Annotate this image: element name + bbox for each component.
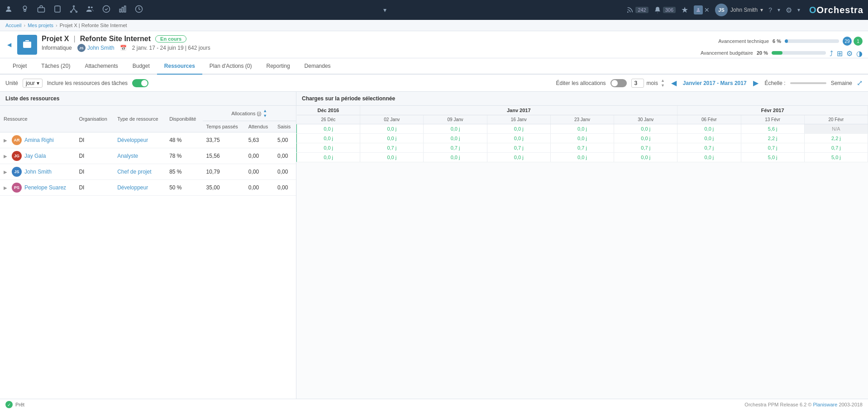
- pie-icon[interactable]: ◑: [856, 49, 863, 58]
- gantt-cell[interactable]: 0,0 j: [487, 134, 550, 143]
- chart-icon[interactable]: [119, 5, 127, 15]
- expand-icon[interactable]: ⊞: [837, 49, 843, 58]
- col-saisis-sub: Saisis: [274, 121, 296, 132]
- gantt-cell[interactable]: 0,0 j: [614, 124, 677, 134]
- gantt-cell[interactable]: 0,7 j: [487, 143, 550, 153]
- tab-budget[interactable]: Budget: [125, 58, 157, 75]
- gantt-cell[interactable]: 0,7 j: [424, 143, 487, 153]
- status-icon-1: [694, 5, 703, 14]
- gantt-cell[interactable]: 0,0 j: [297, 124, 360, 134]
- unit-select[interactable]: jour ▾: [23, 79, 43, 88]
- tab-projet[interactable]: Projet: [5, 58, 34, 75]
- tab-taches[interactable]: Tâches (20): [34, 58, 77, 75]
- resource-org: DI: [75, 132, 114, 148]
- gantt-cell[interactable]: 0,0 j: [487, 153, 550, 162]
- gantt-cell[interactable]: 0,0 j: [614, 153, 677, 162]
- close-icon[interactable]: ✕: [704, 6, 710, 14]
- tab-attachements[interactable]: Attachements: [77, 58, 125, 75]
- check-icon[interactable]: [102, 5, 110, 15]
- toolbar: Unité jour ▾ Inclure les ressources des …: [0, 75, 868, 92]
- gantt-cell[interactable]: 0,7 j: [741, 143, 804, 153]
- gantt-cell[interactable]: 2,2 j: [804, 134, 868, 143]
- tab-ressources[interactable]: Ressources: [157, 58, 202, 75]
- gantt-cell[interactable]: 0,0 j: [360, 124, 424, 134]
- gantt-cell[interactable]: N/A: [804, 124, 868, 134]
- gantt-cell[interactable]: 0,7 j: [360, 143, 424, 153]
- alloc-toggle[interactable]: [610, 79, 627, 87]
- months-input[interactable]: [631, 79, 644, 88]
- gantt-cell[interactable]: 0,0 j: [614, 134, 677, 143]
- rss-badge[interactable]: 242: [626, 6, 648, 14]
- user-profile[interactable]: JS John Smith ▾: [715, 4, 763, 16]
- config-icon[interactable]: ⚙: [846, 49, 853, 58]
- tab-plan[interactable]: Plan d'Actions (0): [202, 58, 259, 75]
- include-toggle[interactable]: [132, 79, 148, 87]
- gantt-cell[interactable]: 0,0 j: [677, 124, 741, 134]
- gantt-cell[interactable]: 2,2 j: [741, 134, 804, 143]
- resource-name[interactable]: Penelope Suarez: [24, 184, 66, 191]
- user-status-icons: ✕: [694, 5, 710, 14]
- tab-reporting[interactable]: Reporting: [259, 58, 297, 75]
- gantt-cell[interactable]: 0,7 j: [677, 143, 741, 153]
- person-icon[interactable]: [5, 5, 13, 15]
- gantt-cell[interactable]: 0,0 j: [550, 124, 614, 134]
- hierarchy-icon[interactable]: [70, 5, 78, 15]
- gantt-cell[interactable]: 0,0 j: [297, 153, 360, 162]
- sort-down-icon[interactable]: ▼: [263, 113, 267, 118]
- tab-demandes[interactable]: Demandes: [297, 58, 338, 75]
- star-icon[interactable]: ★: [681, 5, 688, 15]
- people-icon[interactable]: [86, 5, 94, 15]
- comment-badge[interactable]: 1: [854, 37, 863, 46]
- resource-name[interactable]: John Smith: [24, 169, 52, 175]
- gantt-cell[interactable]: 0,0 j: [424, 153, 487, 162]
- settings-icon[interactable]: ⚙: [786, 6, 792, 14]
- months-stepper[interactable]: ▲ ▼: [661, 78, 665, 88]
- fullscreen-btn[interactable]: ⤢: [857, 79, 863, 87]
- gantt-cell[interactable]: 0,0 j: [487, 124, 550, 134]
- row-expand-icon[interactable]: ▶: [4, 170, 7, 174]
- gantt-cell[interactable]: 0,0 j: [550, 134, 614, 143]
- sidebar-toggle[interactable]: ◀: [5, 35, 13, 55]
- gantt-cell[interactable]: 0,7 j: [550, 143, 614, 153]
- table-row: ▶ JS John Smith DI Chef de projet 85 % 1…: [0, 164, 296, 180]
- breadcrumb-accueil[interactable]: Accueil: [5, 23, 21, 28]
- gantt-cell[interactable]: 5,0 j: [804, 153, 868, 162]
- gantt-cell[interactable]: 0,0 j: [297, 134, 360, 143]
- scale-slider[interactable]: [790, 82, 826, 84]
- breadcrumb-mes-projets[interactable]: Mes projets: [28, 23, 53, 28]
- project-owner[interactable]: JS John Smith: [77, 44, 114, 52]
- gantt-cell[interactable]: 0,0 j: [677, 134, 741, 143]
- gantt-cell[interactable]: 0,7 j: [614, 143, 677, 153]
- briefcase-icon[interactable]: [37, 5, 45, 15]
- gantt-cell[interactable]: 5,0 j: [741, 153, 804, 162]
- resource-name[interactable]: Amina Righi: [24, 137, 54, 143]
- help-button[interactable]: ?: [768, 6, 772, 14]
- resource-allocations: 15,56: [203, 148, 245, 164]
- gantt-cell[interactable]: 0,0 j: [550, 153, 614, 162]
- row-expand-icon[interactable]: ▶: [4, 138, 7, 143]
- resource-attendus: 5,63: [245, 132, 274, 148]
- resource-saisis: 0,00: [274, 180, 296, 196]
- gantt-cell[interactable]: 0,0 j: [360, 153, 424, 162]
- gantt-cell[interactable]: 0,0 j: [297, 143, 360, 153]
- resource-name[interactable]: Jay Gala: [24, 153, 46, 159]
- clock-icon[interactable]: [135, 5, 143, 15]
- info-badge[interactable]: 29: [843, 37, 852, 46]
- gantt-cell[interactable]: 0,0 j: [424, 134, 487, 143]
- row-expand-icon[interactable]: ▶: [4, 185, 7, 190]
- project-header: ◀ Projet X | Refonte Site Internet En co…: [0, 31, 868, 58]
- gantt-cell[interactable]: 0,0 j: [424, 124, 487, 134]
- prev-period-btn[interactable]: ◀: [669, 79, 678, 87]
- bulb-icon[interactable]: [21, 5, 29, 15]
- next-period-btn[interactable]: ▶: [751, 79, 760, 87]
- bell-badge[interactable]: 306: [654, 6, 676, 14]
- share-icon[interactable]: ⤴: [830, 50, 833, 58]
- sort-up-icon[interactable]: ▲: [263, 108, 267, 113]
- clipboard-icon[interactable]: [53, 5, 62, 15]
- unite-label: Unité: [5, 80, 18, 86]
- gantt-cell[interactable]: 0,0 j: [360, 134, 424, 143]
- gantt-cell[interactable]: 0,7 j: [804, 143, 868, 153]
- gantt-cell[interactable]: 5,6 j: [741, 124, 804, 134]
- row-expand-icon[interactable]: ▶: [4, 154, 7, 159]
- gantt-cell[interactable]: 0,0 j: [677, 153, 741, 162]
